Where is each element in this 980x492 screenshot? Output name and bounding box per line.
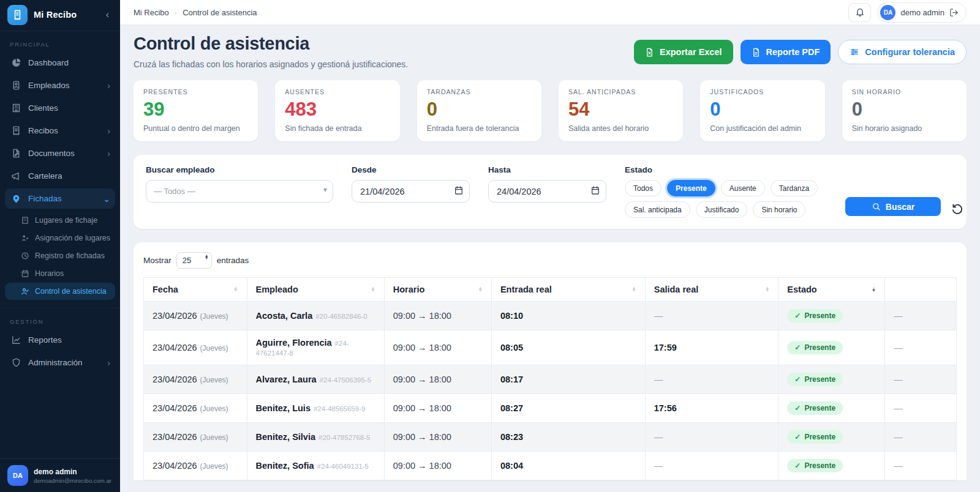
sidebar-item-label: Horarios xyxy=(35,269,64,278)
cell-salida: — xyxy=(645,302,778,330)
sort-icon: ▲▼ xyxy=(760,287,769,293)
table-row[interactable]: 23/04/2026(Jueves) Aguirre, Florencia#24… xyxy=(144,330,957,365)
sidebar-item-clientes[interactable]: Clientes xyxy=(5,98,115,118)
page-size-select[interactable]: 25 xyxy=(176,252,212,269)
sidebar-item-reportes[interactable]: Reportes xyxy=(5,330,115,350)
table-row[interactable]: 23/04/2026(Jueves) Benitez, Sofia#24-460… xyxy=(144,452,957,480)
sidebar-item-label: Lugares de fichaje xyxy=(35,216,97,225)
header-actions: Exportar Excel Reporte PDF Configurar to… xyxy=(634,40,967,64)
sidebar-collapse-icon[interactable]: ‹ xyxy=(102,9,113,21)
sidebar-item-registro-de-fichadas[interactable]: Registro de fichadas xyxy=(5,247,115,264)
table-row[interactable]: 23/04/2026(Jueves) Alvarez, Laura#24-475… xyxy=(144,365,957,394)
chip-ausente[interactable]: Ausente xyxy=(721,180,765,196)
table-row[interactable]: 23/04/2026(Jueves) Benitez, Silvia#20-47… xyxy=(144,423,957,452)
sidebar-item-label: Control de asistencia xyxy=(35,287,107,296)
from-date-input[interactable] xyxy=(352,180,470,203)
table-row[interactable]: 23/04/2026(Jueves) Acosta, Carla#20-4658… xyxy=(144,302,957,330)
col-horario[interactable]: Horario▲▼ xyxy=(384,278,491,302)
stat-value: 39 xyxy=(143,99,248,121)
to-date-input[interactable] xyxy=(488,180,606,203)
col-salida-real[interactable]: Salida real▲▼ xyxy=(645,278,778,302)
bell-icon xyxy=(855,7,865,17)
stat-value: 483 xyxy=(285,99,390,121)
cell-salida: 17:56 xyxy=(645,394,778,423)
chip-tardanza[interactable]: Tardanza xyxy=(771,180,818,196)
chip-sal-anticipada[interactable]: Sal. anticipada xyxy=(625,201,690,218)
stat-value: 0 xyxy=(427,99,532,121)
cell-entrada: 08:23 xyxy=(491,423,645,452)
map-pin-icon xyxy=(11,193,21,204)
from-date-group: Desde xyxy=(352,165,470,218)
sidebar-item-fichadas[interactable]: Fichadas ⌄ xyxy=(5,188,115,209)
stat-label: JUSTIFICADOS xyxy=(710,88,815,95)
configure-tolerance-button[interactable]: Configurar tolerancia xyxy=(838,40,967,64)
col-estado[interactable]: Estado▲▼ xyxy=(778,278,885,302)
col-entrada-real[interactable]: Entrada real▲▼ xyxy=(491,278,645,302)
chip-todos[interactable]: Todos xyxy=(625,180,662,196)
sidebar-item-control-de-asistencia[interactable]: Control de asistencia xyxy=(5,283,115,300)
file-pdf-icon xyxy=(752,48,761,57)
cell-entrada: 08:17 xyxy=(491,365,645,394)
cell-empleado: Benitez, Sofia xyxy=(256,461,314,471)
stats-row: PRESENTES 39 Puntual o dentro del margen… xyxy=(134,80,967,141)
chip-presente[interactable]: Presente xyxy=(667,180,715,196)
search-button[interactable]: Buscar xyxy=(845,197,941,216)
logout-icon[interactable] xyxy=(949,8,959,17)
status-label: Presente xyxy=(804,343,835,352)
status-badge: ✓Presente xyxy=(787,309,843,322)
sidebar-item-dashboard[interactable]: Dashboard xyxy=(5,53,115,73)
chevron-right-icon: › xyxy=(107,81,110,90)
reset-filters-button[interactable] xyxy=(951,202,965,216)
stat-caption: Puntual o dentro del margen xyxy=(143,124,248,133)
sidebar-item-lugares-de-fichaje[interactable]: Lugares de fichaje xyxy=(5,212,115,229)
cell-empleado: Acosta, Carla xyxy=(256,311,313,321)
sidebar-item-empleados[interactable]: Empleados › xyxy=(5,75,115,95)
cell-dia: (Jueves) xyxy=(200,344,228,352)
sidebar-item-label: Fichadas xyxy=(28,194,62,203)
user-check-icon xyxy=(21,287,29,296)
sidebar-item-recibos[interactable]: Recibos › xyxy=(5,121,115,141)
page-title: Control de asistencia xyxy=(134,34,408,54)
filters-panel: Buscar empleado — Todos — ▾ Desde Hasta xyxy=(134,155,967,229)
sidebar-item-administracion[interactable]: Administración › xyxy=(5,352,115,373)
chevron-right-icon: › xyxy=(107,127,110,135)
status-label: Presente xyxy=(804,311,835,320)
cell-salida: — xyxy=(645,423,778,452)
report-pdf-button[interactable]: Reporte PDF xyxy=(741,40,831,64)
shield-icon xyxy=(11,357,21,368)
reset-icon xyxy=(952,203,963,215)
sidebar-item-cartelera[interactable]: Cartelera xyxy=(5,166,115,186)
file-excel-icon xyxy=(645,48,654,57)
app-logo-icon xyxy=(7,5,28,25)
employee-select[interactable]: — Todos — xyxy=(146,180,333,203)
chip-justificado[interactable]: Justificado xyxy=(696,201,748,218)
section-gestion: GESTIÓN xyxy=(0,311,120,329)
sidebar-item-documentos[interactable]: Documentos › xyxy=(5,143,115,163)
export-excel-button[interactable]: Exportar Excel xyxy=(634,40,733,64)
cell-salida: — xyxy=(645,452,778,480)
status-filter-label: Estado xyxy=(625,165,827,174)
sidebar-item-horarios[interactable]: Horarios xyxy=(5,265,115,282)
user-menu[interactable]: DA demo admin xyxy=(877,2,967,23)
to-date-label: Hasta xyxy=(488,165,606,174)
cell-acciones: — xyxy=(885,394,957,423)
table-row[interactable]: 23/04/2026(Jueves) Benitez, Luis#24-4856… xyxy=(144,394,957,423)
col-fecha[interactable]: Fecha▲▼ xyxy=(144,278,247,302)
col-empleado[interactable]: Empleado▲▼ xyxy=(247,278,384,302)
sidebar-item-label: Registro de fichadas xyxy=(35,252,105,260)
sort-icon: ▲▼ xyxy=(228,287,238,293)
employee-select-wrap: — Todos — ▾ xyxy=(146,180,333,203)
attendance-table-card: Mostrar 25 ▲▼ entradas Fecha▲▼ Empleado▲… xyxy=(134,242,967,480)
cell-empleado: Alvarez, Laura xyxy=(256,375,317,384)
cell-dia: (Jueves) xyxy=(200,312,228,321)
sidebar-item-asignacion-de-lugares[interactable]: Asignación de lugares xyxy=(5,229,115,247)
notifications-button[interactable] xyxy=(848,3,871,22)
sidebar-item-label: Asignación de lugares xyxy=(35,234,110,242)
chip-sin-horario[interactable]: Sin horario xyxy=(753,201,805,218)
avatar: DA xyxy=(880,5,895,20)
status-label: Presente xyxy=(804,404,835,412)
sidebar-user-card[interactable]: DA demo admin demoadmin@mirecibo.com.ar xyxy=(0,458,120,492)
breadcrumb-app[interactable]: Mi Recibo xyxy=(134,8,169,17)
chevron-right-icon: › xyxy=(107,149,110,158)
document-pen-icon xyxy=(11,148,21,158)
